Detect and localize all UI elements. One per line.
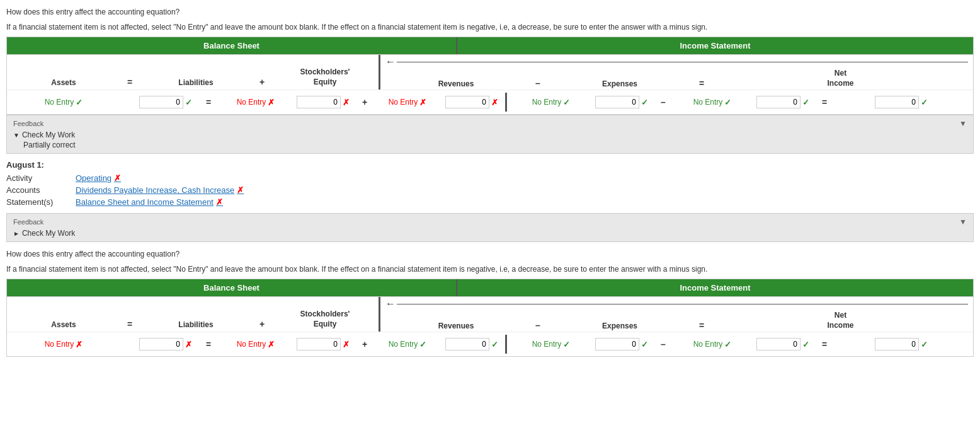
check-my-work-result-1: Partially correct — [23, 141, 967, 149]
plus-sign-1: + — [253, 77, 271, 90]
feedback-dropdown-icon-1[interactable]: ▼ — [959, 119, 967, 128]
bs-header-1: Balance Sheet — [7, 37, 457, 54]
expenses-entry-link-2[interactable]: No Entry — [693, 340, 723, 349]
se-check-icon-1: ✗ — [419, 98, 426, 107]
se-entry-link-1[interactable]: No Entry — [389, 98, 418, 107]
expenses-label-2: Expenses — [544, 320, 695, 332]
minus-sign-cell-1: – — [658, 97, 668, 107]
se-check-icon-2: ✓ — [419, 340, 426, 349]
revenues-cell-2: No Entry ✓ — [507, 340, 595, 349]
feedback-box-2: Feedback ▼ ► Check My Work — [6, 213, 974, 242]
inputs-row-1: No Entry ✓ ✓ = No Entry ✗ ✗ + No Entry ✗ — [7, 90, 973, 114]
is-header-1: Income Statement — [457, 37, 973, 54]
se-label-1: Stockholders'Equity — [271, 65, 379, 90]
accounts-x-mark: ✗ — [237, 185, 244, 195]
instruction-line2-2: If a financial statement item is not aff… — [6, 264, 974, 275]
liabilities-amount-check-2: ✗ — [343, 340, 350, 349]
netincome-label-1: NetIncome — [708, 67, 973, 90]
minus-sign-1: – — [532, 78, 544, 90]
revenues-cell-1: No Entry ✓ — [507, 98, 595, 107]
expenses-input-2[interactable] — [756, 338, 801, 351]
activity-label: Activity — [6, 173, 69, 183]
se-input-1[interactable] — [445, 96, 489, 108]
left-arrow-icon-2: ← — [385, 298, 396, 310]
activity-x-mark: ✗ — [114, 173, 121, 183]
expenses-amount-check-1: ✓ — [802, 98, 809, 107]
assets-input-cell-2: ✗ — [139, 338, 202, 351]
activity-value[interactable]: Operating ✗ — [76, 173, 121, 183]
liabilities-check-icon-1: ✗ — [268, 98, 275, 107]
accounts-value[interactable]: Dividends Payable Increase, Cash Increas… — [76, 185, 244, 195]
liabilities-input-2[interactable] — [297, 338, 341, 351]
equation-table-1: Balance Sheet Income Statement Assets = … — [6, 37, 974, 115]
expenses-check-icon-2: ✓ — [724, 340, 731, 349]
expenses-input-cell-2: ✓ — [756, 338, 819, 351]
liabilities-input-cell-2: ✗ — [297, 338, 360, 351]
assets-entry-link-2[interactable]: No Entry — [45, 340, 74, 349]
feedback-label-2: Feedback ▼ — [13, 217, 967, 226]
eq2-sign-cell-1: = — [819, 97, 829, 107]
revenues-input-2[interactable] — [595, 338, 639, 351]
inputs-row-2: No Entry ✗ ✗ = No Entry ✗ ✗ + No Entry ✓… — [7, 332, 973, 356]
netincome-input-1[interactable] — [875, 96, 919, 108]
revenues-entry-link-1[interactable]: No Entry — [532, 98, 562, 107]
accounts-row: Accounts Dividends Payable Increase, Cas… — [6, 185, 974, 195]
check-my-work-1[interactable]: ▼ Check My Work — [13, 130, 967, 139]
eq2-sign-cell-2: = — [819, 339, 829, 349]
instruction-block-2: How does this entry affect the accountin… — [6, 248, 974, 275]
liabilities-cell-1: No Entry ✗ — [215, 98, 297, 107]
feedback-dropdown-icon-2[interactable]: ▼ — [959, 217, 967, 226]
eq2-sign-1: = — [695, 78, 708, 90]
se-entry-link-2[interactable]: No Entry — [389, 340, 418, 349]
assets-entry-link-1[interactable]: No Entry — [45, 98, 74, 107]
is-header-2: Income Statement — [457, 279, 973, 296]
liabilities-input-1[interactable] — [297, 96, 341, 108]
accounts-label: Accounts — [6, 185, 69, 195]
statements-label: Statement(s) — [6, 197, 69, 207]
check-my-work-2[interactable]: ► Check My Work — [13, 229, 967, 238]
se-cell-1: No Entry ✗ — [370, 98, 445, 107]
expenses-cell-1: No Entry ✓ — [668, 98, 756, 107]
statements-row: Statement(s) Balance Sheet and Income St… — [6, 197, 974, 207]
header-row-2: Balance Sheet Income Statement — [7, 279, 973, 296]
revenues-entry-link-2[interactable]: No Entry — [532, 340, 562, 349]
se-input-cell-1: ✗ — [445, 96, 505, 108]
netincome-label-2: NetIncome — [708, 310, 973, 332]
se-input-cell-2: ✓ — [445, 338, 505, 351]
netincome-input-2[interactable] — [875, 338, 919, 351]
feedback-box-1: Feedback ▼ ▼ Check My Work Partially cor… — [6, 115, 974, 154]
revenues-input-1[interactable] — [595, 96, 639, 108]
instruction-line2: If a financial statement item is not aff… — [6, 21, 974, 33]
se-input-2[interactable] — [445, 338, 489, 351]
revenues-check-icon-2: ✓ — [563, 340, 570, 349]
eq-sign-2: = — [120, 319, 139, 332]
assets-label-1: Assets — [7, 76, 120, 90]
minus-sign-cell-2: – — [658, 339, 668, 349]
plus-sign-cell-2: + — [360, 339, 370, 349]
liabilities-check-icon-2: ✗ — [268, 340, 275, 349]
liabilities-entry-link-2[interactable]: No Entry — [237, 340, 266, 349]
revenues-amount-check-1: ✓ — [641, 98, 648, 107]
expenses-input-1[interactable] — [756, 96, 801, 108]
bs-header-2: Balance Sheet — [7, 279, 457, 296]
eq2-sign-2: = — [695, 320, 708, 332]
eq-sign-cell-2: = — [202, 339, 215, 349]
netincome-check-1: ✓ — [921, 98, 928, 107]
expenses-entry-link-1[interactable]: No Entry — [693, 98, 723, 107]
revenues-input-cell-2: ✓ — [595, 338, 658, 351]
assets-check-icon-2: ✗ — [76, 340, 83, 349]
liabilities-entry-link-1[interactable]: No Entry — [237, 98, 266, 107]
statements-value[interactable]: Balance Sheet and Income Statement ✗ — [76, 197, 223, 207]
assets-amount-check-1: ✓ — [185, 98, 192, 107]
assets-input-2[interactable] — [139, 338, 183, 351]
expenses-amount-check-2: ✓ — [802, 340, 809, 349]
se-cell-2: No Entry ✓ — [370, 340, 445, 349]
revenues-label-2: Revenues — [380, 320, 532, 332]
netincome-check-2: ✓ — [921, 340, 928, 349]
assets-input-cell-1: ✓ — [139, 96, 202, 108]
se-label-2: Stockholders'Equity — [271, 307, 379, 332]
se-amount-check-2: ✓ — [491, 340, 498, 349]
assets-input-1[interactable] — [139, 96, 183, 108]
assets-amount-check-2: ✗ — [185, 340, 192, 349]
expenses-check-icon-1: ✓ — [724, 98, 731, 107]
